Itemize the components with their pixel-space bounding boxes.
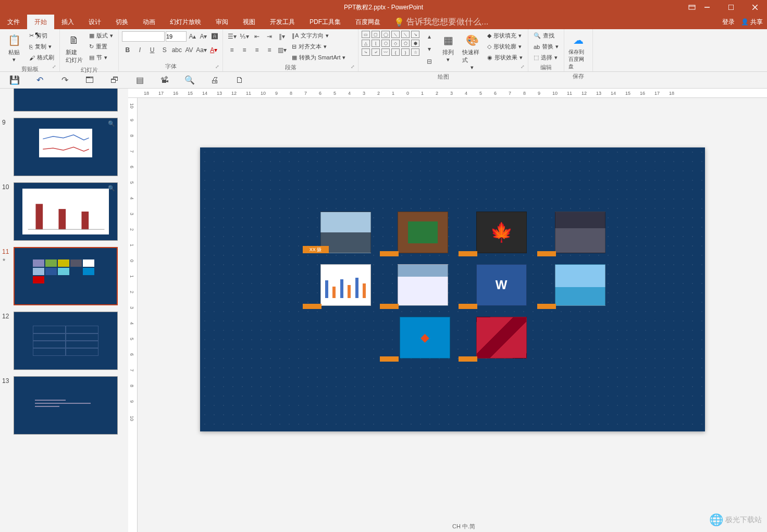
numbering-icon[interactable]: ⅕▾ — [239, 31, 250, 42]
tab-insert[interactable]: 插入 — [54, 15, 81, 29]
align-right-icon[interactable]: ≡ — [251, 44, 263, 56]
shape-gallery[interactable]: ▭▢◯＼＼↘ △⌊⬡◇⬠⬢ ⤷⤶〰{}☆ — [362, 31, 420, 57]
image-caption-10[interactable] — [459, 356, 477, 362]
qat-icon-2[interactable]: 🗗 — [109, 75, 120, 85]
tab-transitions[interactable]: 切换 — [108, 15, 135, 29]
quick-styles-button[interactable]: 🎨 快速样式▾ — [461, 31, 483, 72]
shadow-icon[interactable]: abc — [171, 44, 183, 56]
thumbnail-slide-13[interactable]: 13 — [0, 376, 128, 435]
dialog-launcher-icon[interactable]: ⤢ — [215, 64, 221, 70]
change-case-icon[interactable]: Aa▾ — [196, 44, 207, 56]
cut-button[interactable]: ✂剪切 — [27, 31, 56, 41]
clear-format-icon[interactable]: 🅰 — [209, 31, 219, 42]
increase-font-icon[interactable]: A▴ — [188, 31, 197, 42]
slide-image-doctor[interactable] — [398, 264, 448, 306]
gallery-down-icon[interactable]: ▾ — [424, 43, 435, 55]
slide-preview[interactable] — [14, 247, 118, 305]
new-slide-button[interactable]: 🗎 新建 幻灯片 — [63, 31, 85, 65]
tab-review[interactable]: 审阅 — [208, 15, 236, 29]
layout-button[interactable]: ▦版式 ▾ — [87, 31, 115, 41]
slide-image-city[interactable] — [555, 212, 605, 253]
qat-icon-5[interactable]: 🔍 — [184, 75, 195, 85]
share-button[interactable]: 👤 共享 — [741, 18, 763, 27]
tab-view[interactable]: 视图 — [236, 15, 263, 29]
increase-indent-icon[interactable]: ⇥ — [264, 31, 275, 42]
replace-button[interactable]: ab替换 ▾ — [531, 42, 561, 52]
horizontal-ruler[interactable]: 1817161514131211109876543210123456789101… — [128, 89, 767, 98]
slide-image-chart[interactable] — [320, 264, 371, 306]
close-icon[interactable] — [743, 0, 767, 15]
slide-image-office[interactable] — [400, 317, 450, 358]
columns-icon[interactable]: ▥▾ — [276, 44, 288, 56]
redo-icon[interactable]: ↷ — [59, 75, 70, 85]
language-status[interactable]: CH 中.简 — [452, 523, 475, 530]
tab-pdf[interactable]: PDF工具集 — [302, 15, 348, 29]
char-spacing-icon[interactable]: AV — [183, 44, 195, 56]
image-caption-1[interactable]: XX 摄 — [303, 246, 329, 253]
image-caption-8[interactable] — [537, 304, 556, 309]
convert-smartart-button[interactable]: ▦转换为 SmartArt ▾ — [290, 53, 348, 63]
slide-image-frame[interactable] — [398, 212, 448, 253]
minimize-icon[interactable] — [695, 0, 719, 15]
align-left-icon[interactable]: ≡ — [226, 44, 238, 56]
image-caption-6[interactable] — [380, 304, 399, 309]
maximize-icon[interactable] — [719, 0, 743, 15]
tab-developer[interactable]: 开发工具 — [263, 15, 302, 29]
align-text-button[interactable]: ⊟对齐文本 ▾ — [290, 42, 348, 52]
tab-design[interactable]: 设计 — [81, 15, 108, 29]
slide-image-fabric[interactable] — [476, 317, 527, 358]
thumbnail-slide-12[interactable]: 12 — [0, 312, 128, 370]
font-size-select[interactable] — [166, 31, 187, 42]
format-painter-button[interactable]: 🖌格式刷 — [27, 53, 56, 63]
text-direction-button[interactable]: ‖A文字方向 ▾ — [290, 31, 348, 41]
thumbnail-slide-9[interactable]: 9 🔍 — [0, 118, 128, 176]
slide-canvas[interactable]: XX 摄 W — [200, 147, 705, 431]
align-justify-icon[interactable]: ≡ — [264, 44, 275, 56]
image-caption-7[interactable] — [459, 304, 477, 309]
tab-animations[interactable]: 动画 — [135, 15, 163, 29]
decrease-font-icon[interactable]: A▾ — [199, 31, 208, 42]
slide-image-leaf[interactable] — [476, 212, 527, 253]
find-button[interactable]: 🔍查找 — [531, 31, 561, 41]
qat-icon-3[interactable]: ▤ — [134, 75, 145, 85]
shape-outline-button[interactable]: ◇形状轮廓 ▾ — [485, 42, 525, 52]
shape-effects-button[interactable]: ◉形状效果 ▾ — [485, 53, 525, 63]
font-color-icon[interactable]: A▾ — [208, 44, 219, 56]
slide-preview[interactable]: 🔍 — [14, 118, 118, 176]
image-caption-9[interactable] — [380, 356, 399, 362]
copy-button[interactable]: ⎘复制 ▾ — [27, 42, 56, 52]
thumbnail-slide-11[interactable]: 11★ — [0, 247, 128, 305]
gallery-more-icon[interactable]: ⊟ — [424, 56, 435, 67]
slide-preview[interactable]: 🔍 — [14, 182, 118, 241]
paste-button[interactable]: 📋 粘贴 ▾ — [3, 31, 25, 64]
select-button[interactable]: ⬚选择 ▾ — [531, 53, 561, 63]
italic-icon[interactable]: I — [134, 44, 146, 56]
image-caption-3[interactable] — [459, 251, 477, 256]
bullets-icon[interactable]: ☰▾ — [226, 31, 238, 42]
undo-icon[interactable]: ↶ — [34, 75, 45, 85]
reset-button[interactable]: ↻重置 — [87, 42, 115, 52]
dialog-launcher-icon[interactable]: ⤢ — [521, 64, 527, 70]
slide-image-beach[interactable] — [555, 264, 605, 306]
save-icon[interactable]: 💾 — [9, 75, 20, 85]
font-name-select[interactable] — [122, 31, 165, 42]
thumbnail-slide-8[interactable] — [0, 89, 128, 112]
decrease-indent-icon[interactable]: ⇤ — [251, 31, 263, 42]
slide-preview[interactable] — [14, 89, 118, 112]
strikethrough-icon[interactable]: S — [159, 44, 170, 56]
gallery-up-icon[interactable]: ▴ — [424, 31, 435, 42]
login-link[interactable]: 登录 — [722, 18, 735, 27]
slide-thumbnail-panel[interactable]: 9 🔍 10 🔍 11★ — [0, 89, 128, 532]
arrange-button[interactable]: ▦ 排列▾ — [437, 31, 459, 64]
qat-icon-7[interactable]: 🗋 — [234, 75, 245, 85]
qat-icon-6[interactable]: 🖨 — [209, 75, 220, 85]
image-caption-4[interactable] — [537, 251, 556, 256]
tab-slideshow[interactable]: 幻灯片放映 — [163, 15, 208, 29]
dialog-launcher-icon[interactable]: ⤢ — [351, 64, 357, 70]
section-button[interactable]: ▤节 ▾ — [87, 53, 115, 63]
align-center-icon[interactable]: ≡ — [239, 44, 250, 56]
thumbnail-slide-10[interactable]: 10 🔍 — [0, 182, 128, 241]
tab-file[interactable]: 文件 — [0, 15, 27, 29]
slide-image-word[interactable]: W — [476, 264, 527, 306]
underline-icon[interactable]: U — [146, 44, 158, 56]
